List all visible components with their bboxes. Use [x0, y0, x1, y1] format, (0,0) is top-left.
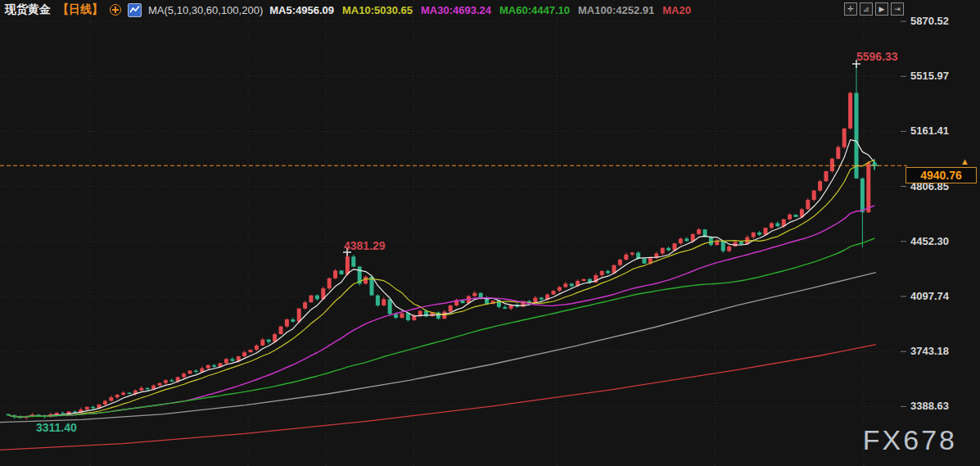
axis-play-icon[interactable]: ▶ — [875, 2, 888, 16]
trading-chart-app: { "header": { "symbol": "现货黄金", "timefra… — [0, 0, 980, 466]
axis-price-label: 5870.52 — [910, 15, 949, 27]
axis-zoom-icon[interactable]: ⊿ — [860, 2, 873, 16]
chart-price-label: 3311.40 — [36, 421, 77, 434]
plot-svg[interactable] — [0, 0, 980, 466]
ma-legend-item: MA20 — [662, 4, 691, 16]
ma-legend-item: MA30:4693.24 — [421, 4, 491, 16]
chart-price-label: 4381.29 — [344, 239, 386, 252]
axis-price-label: 4452.30 — [910, 235, 949, 247]
ma-legend-item: MA5:4956.09 — [269, 4, 334, 16]
price-axis[interactable]: 5870.525515.975161.414806.854452.304097.… — [907, 0, 980, 466]
axis-price-label: 3743.18 — [910, 345, 949, 357]
chart-price-label: 5596.33 — [856, 50, 898, 63]
ma-group-label: MA(5,10,30,60,100,200) — [148, 4, 263, 16]
target-circle-icon[interactable] — [110, 4, 121, 16]
price-up-arrow-icon: ▲ — [960, 157, 969, 165]
ma-legend-item: MA10:5030.65 — [342, 4, 413, 16]
chart-logo-icon — [128, 3, 142, 17]
exit-chart-icon[interactable]: ⇥ — [891, 2, 904, 16]
candlestick-chart[interactable] — [0, 0, 980, 466]
ma-legend: MA5:4956.09MA10:5030.65MA30:4693.24MA60:… — [269, 4, 691, 16]
chart-toolbar: ✛⊿▶⇥ — [844, 2, 904, 16]
timeframe-label[interactable]: 【日线】 — [57, 2, 103, 17]
symbol-name: 现货黄金 — [5, 2, 51, 17]
axis-price-label: 5161.41 — [910, 124, 949, 137]
ma-legend-item: MA100:4252.91 — [578, 4, 654, 16]
axis-price-label: 3388.63 — [910, 400, 949, 412]
axis-price-label: 5515.97 — [910, 70, 949, 82]
axis-price-label: 4097.74 — [910, 290, 949, 302]
current-price-tag: 4940.76 — [905, 167, 977, 183]
chart-header: 现货黄金 【日线】 MA(5,10,30,60,100,200) MA5:495… — [5, 2, 691, 18]
ma-legend-item: MA60:4447.10 — [499, 4, 570, 16]
pan-cross-icon[interactable]: ✛ — [844, 2, 857, 16]
